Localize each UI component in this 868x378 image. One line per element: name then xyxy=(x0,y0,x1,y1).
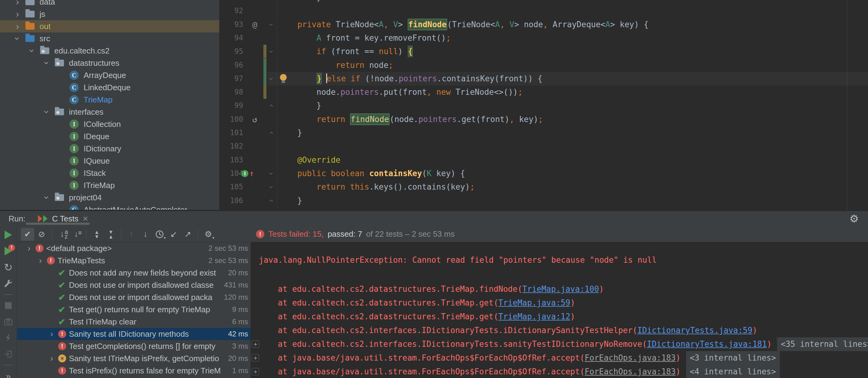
tool-window-settings-icon[interactable]: ⚙ xyxy=(849,211,859,226)
tree-item-out[interactable]: ›out xyxy=(0,20,219,32)
tree-item-linkeddeque[interactable]: CLinkedDeque xyxy=(0,81,219,94)
show-passed-toggle[interactable]: ✔ xyxy=(21,228,34,241)
code-line-104[interactable]: 104I↑› public boolean containsKey(K key)… xyxy=(220,167,868,180)
internal-lines-badge[interactable]: <3 internal lines> xyxy=(686,351,780,365)
internal-lines-badge[interactable]: <4 internal lines> xyxy=(686,365,780,378)
internal-lines-badge[interactable]: <35 internal lines> xyxy=(777,337,868,351)
rerun-tests-button[interactable] xyxy=(2,229,14,241)
chevron-down-icon[interactable]: › xyxy=(41,104,53,120)
chevron-down-icon[interactable]: › xyxy=(41,190,53,206)
stack-frame-link[interactable]: ForEachOps.java:183 xyxy=(585,353,676,363)
tree-item-edu-caltech-cs2[interactable]: ›edu.caltech.cs2 xyxy=(0,45,219,57)
test-row-sanity-test-all-idictionary-methods[interactable]: ›!Sanity test all IDictionary methods42 … xyxy=(17,328,251,340)
stack-frame-link[interactable]: TrieMap.java:100 xyxy=(522,284,599,294)
stack-frame-link[interactable]: ForEachOps.java:183 xyxy=(585,367,676,376)
chevron-down-icon[interactable]: › xyxy=(26,43,38,59)
chevron-right-icon[interactable]: › xyxy=(34,256,47,266)
fold-marker-icon[interactable]: › xyxy=(266,180,277,194)
fold-marker-icon[interactable]: › xyxy=(266,194,277,208)
test-row-sanity-test-itriemap-isprefix-getcompletio[interactable]: ›×Sanity test ITrieMap isPrefix, getComp… xyxy=(17,352,251,365)
fold-marker-icon[interactable]: › xyxy=(266,72,277,85)
test-runner-settings-button[interactable] xyxy=(2,277,14,289)
tree-item-abstractmovieautocompleter[interactable]: CAbstractMovieAutoCompleter xyxy=(0,204,219,210)
stack-frame-link[interactable]: IDictionaryTests.java:59 xyxy=(638,326,752,335)
show-ignored-toggle[interactable]: ⊘ xyxy=(35,228,49,241)
import-test-results-button[interactable]: ↙ xyxy=(167,228,180,241)
code-line-91[interactable]: 91 } xyxy=(220,0,868,4)
fold-marker-icon[interactable]: › xyxy=(266,18,277,32)
code-line-99[interactable]: 99› } xyxy=(220,99,868,112)
tree-item-interfaces[interactable]: ›interfaces xyxy=(0,106,219,118)
expand-all-button[interactable]: ▴▾ xyxy=(90,228,103,241)
tree-item-icollection[interactable]: IICollection xyxy=(0,118,219,130)
tree-item-project04[interactable]: ›project04 xyxy=(0,192,219,204)
chevron-right-icon[interactable]: › xyxy=(9,8,25,20)
fold-marker-icon[interactable]: › xyxy=(266,99,277,112)
code-line-95[interactable]: 95› if (front == null) { xyxy=(220,45,868,59)
fold-marker-icon[interactable]: › xyxy=(266,126,277,140)
tree-item-ideque[interactable]: IIDeque xyxy=(0,130,219,142)
code-line-96[interactable]: 96 return node; xyxy=(220,59,868,72)
test-settings-button[interactable]: ⚙▾ xyxy=(202,228,215,241)
test-row-does-not-add-any-new-fields-beyond-exist[interactable]: ✔Does not add any new fields beyond exis… xyxy=(17,267,251,279)
code-line-100[interactable]: 100↺ return findNode(node.pointers.get(f… xyxy=(220,112,868,126)
code-line-93[interactable]: 93@› private TrieNode<A, V> findNode(Tri… xyxy=(220,18,868,32)
test-row-test-getcompletions-returns-for-empty[interactable]: !Test getCompletions() returns [] for em… xyxy=(17,340,251,352)
stack-frame-link[interactable]: IDictionaryTests.java:181 xyxy=(647,340,767,349)
expand-fold-icon[interactable]: + xyxy=(252,368,259,375)
more-options-button[interactable]: » xyxy=(2,370,14,378)
code-line-98[interactable]: 98 node.pointers.put(front, new TrieNode… xyxy=(220,85,868,99)
stack-frame-link[interactable]: TrieMap.java:59 xyxy=(498,298,570,307)
expand-fold-icon[interactable]: + xyxy=(252,354,259,362)
toggle-auto-test-button[interactable]: ↻ xyxy=(2,261,14,273)
rerun-failed-tests-button[interactable]: ! xyxy=(2,245,14,257)
export-test-results-button[interactable]: ↗ xyxy=(181,228,194,241)
code-line-97[interactable]: 97› } else if (!node.pointers.containsKe… xyxy=(220,72,868,85)
recursive-call-icon[interactable]: ↺ xyxy=(249,112,261,126)
sort-by-duration-button[interactable]: ↓≡ xyxy=(69,228,83,241)
tree-item-arraydeque[interactable]: CArrayDeque xyxy=(0,69,219,81)
expand-fold-icon[interactable]: + xyxy=(252,340,259,348)
tree-item-istack[interactable]: IIStack xyxy=(0,167,219,179)
test-history-button[interactable]: ▾ xyxy=(153,228,166,241)
sort-alphabetically-button[interactable]: ↓az xyxy=(56,228,69,241)
fold-marker-icon[interactable]: › xyxy=(266,45,277,59)
next-failed-test-button[interactable]: ↓ xyxy=(139,228,152,241)
test-row-does-not-use-or-import-disallowed-packa[interactable]: ✔Does not use or import disallowed packa… xyxy=(17,291,251,303)
code-line-94[interactable]: 94 A front = key.removeFront(); xyxy=(220,31,868,45)
chevron-right-icon[interactable]: › xyxy=(9,0,25,8)
code-line-101[interactable]: 101› } xyxy=(220,126,868,140)
tree-item-data[interactable]: ›data xyxy=(0,0,219,8)
collapse-all-button[interactable]: ▾▴ xyxy=(104,228,118,241)
chevron-down-icon[interactable]: › xyxy=(11,31,24,46)
chevron-right-icon[interactable]: › xyxy=(23,243,35,253)
tab-scroll-indicator[interactable] xyxy=(26,222,90,225)
code-line-102[interactable]: 102 xyxy=(220,139,868,153)
test-row-test-itriemap-clear[interactable]: ✔Test ITrieMap clear6 ms xyxy=(17,316,251,328)
code-line-105[interactable]: 105› return this.keys().contains(key); xyxy=(220,180,868,194)
fold-marker-icon[interactable]: › xyxy=(266,167,277,180)
code-line-92[interactable]: 92 xyxy=(220,4,868,18)
code-line-103[interactable]: 103 @Override xyxy=(220,153,868,167)
test-row-test-get-returns-null-for-empty-triemap[interactable]: ✔Test get() returns null for empty TrieM… xyxy=(17,303,251,316)
tree-item-idictionary[interactable]: IIDictionary xyxy=(0,142,219,155)
test-row-test-isprefix-returns-false-for-empty-triem[interactable]: !Test isPrefix() returns false for empty… xyxy=(17,365,251,377)
line-number: 105 xyxy=(220,180,243,194)
test-row-triemaptests[interactable]: ›!TrieMapTests2 sec 53 ms xyxy=(17,254,251,267)
implements-method-icon[interactable]: I xyxy=(241,170,248,177)
tree-item-itriemap[interactable]: IITrieMap xyxy=(0,179,219,192)
chevron-right-icon[interactable]: › xyxy=(45,329,58,339)
tree-item-js[interactable]: ›js xyxy=(0,8,219,20)
test-row-default-package[interactable]: ›!<default package>2 sec 53 ms xyxy=(17,242,251,254)
stack-frame-link[interactable]: TrieMap.java:12 xyxy=(498,312,570,321)
tree-item-triemap[interactable]: CTrieMap xyxy=(0,94,219,106)
chevron-right-icon[interactable]: › xyxy=(45,353,58,363)
line-number: 93 xyxy=(220,18,243,32)
test-row-does-not-use-or-import-disallowed-classe[interactable]: ✔Does not use or import disallowed class… xyxy=(17,279,251,291)
test-console-output[interactable]: java.lang.NullPointerException: Cannot r… xyxy=(251,242,868,378)
code-line-106[interactable]: 106› } xyxy=(220,194,868,208)
code-editor[interactable]: 91 }9293@› private TrieNode<A, V> findNo… xyxy=(220,0,868,210)
tree-item-datastructures[interactable]: ›datastructures xyxy=(0,57,219,69)
tree-item-iqueue[interactable]: IIQueue xyxy=(0,155,219,167)
chevron-down-icon[interactable]: › xyxy=(41,55,53,71)
